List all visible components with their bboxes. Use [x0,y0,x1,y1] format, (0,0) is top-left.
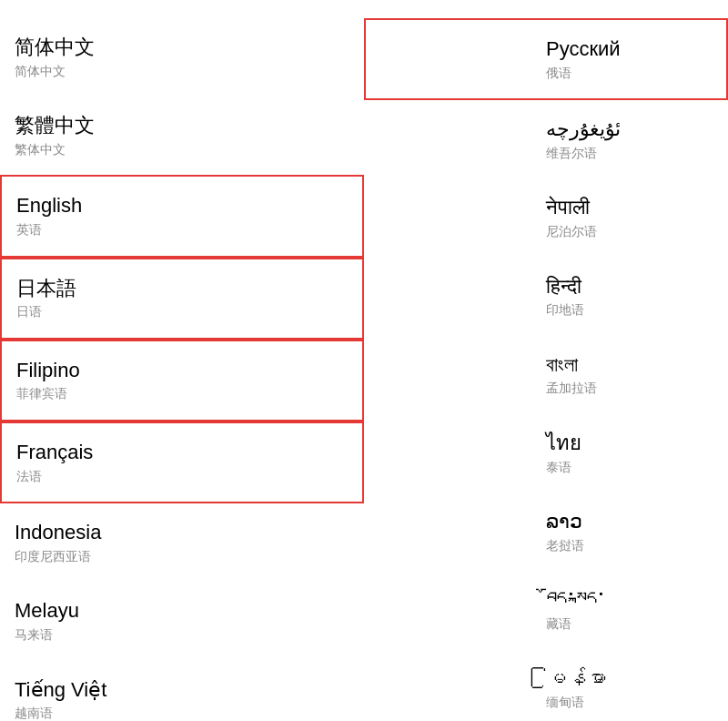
lang-native-japanese: 日语 [16,303,344,321]
lang-item-tibetan[interactable]: བོད་སྐད་藏语 [364,571,728,649]
lang-name-french: Français [16,440,344,466]
lang-native-burmese: 缅甸语 [546,694,710,712]
lang-name-traditional-chinese: 繁體中文 [15,113,346,139]
lang-name-tibetan: བོད་སྐད་ [546,587,710,614]
language-grid: 简体中文简体中文繁體中文繁体中文English英语日本語日语Filipino菲律… [0,18,728,721]
lang-item-traditional-chinese[interactable]: 繁體中文繁体中文 [0,96,364,175]
lang-item-filipino[interactable]: Filipino菲律宾语 [0,340,364,421]
lang-native-traditional-chinese: 繁体中文 [15,141,346,159]
lang-item-hindi[interactable]: हिन्दी印地语 [364,258,728,336]
lang-name-uyghur: ئۇيغۇرچە [546,117,710,143]
lang-item-english[interactable]: English英语 [0,175,364,257]
lang-native-bengali: 孟加拉语 [546,380,710,398]
lang-item-burmese[interactable]: မြန်မာ缅甸语 [364,650,728,722]
lang-name-indonesian: Indonesia [15,520,346,546]
lang-item-nepali[interactable]: नेपाली尼泊尔语 [364,178,728,257]
lang-native-lao: 老挝语 [546,537,710,555]
lang-name-thai: ไทย [546,431,710,457]
lang-item-lao[interactable]: ລາວ老挝语 [364,493,728,571]
lang-name-filipino: Filipino [16,358,344,384]
lang-item-vietnamese[interactable]: Tiếng Việt越南语 [0,661,364,722]
lang-item-french[interactable]: Français法语 [0,421,364,503]
lang-native-english: 英语 [16,221,344,239]
lang-item-bengali[interactable]: বাংলা孟加拉语 [364,336,728,414]
lang-native-tibetan: 藏语 [546,615,710,634]
right-column: Русский俄语ئۇيغۇرچە维吾尔语नेपाली尼泊尔语हिन्दी印地语… [364,18,728,721]
lang-native-vietnamese: 越南语 [15,705,346,721]
lang-name-burmese: မြန်မာ [546,666,710,693]
lang-item-simplified-chinese[interactable]: 简体中文简体中文 [0,18,364,96]
lang-item-thai[interactable]: ไทย泰语 [364,414,728,493]
lang-native-filipino: 菲律宾语 [16,385,344,403]
lang-native-thai: 泰语 [546,459,710,477]
lang-name-hindi: हिन्दी [546,274,710,300]
left-column: 简体中文简体中文繁體中文繁体中文English英语日本語日语Filipino菲律… [0,18,364,721]
lang-name-japanese: 日本語 [16,276,344,302]
lang-native-french: 法语 [16,468,344,486]
lang-name-simplified-chinese: 简体中文 [15,35,346,61]
lang-native-uyghur: 维吾尔语 [546,145,710,163]
lang-item-japanese[interactable]: 日本語日语 [0,258,364,340]
lang-native-malay: 马来语 [15,626,346,645]
lang-name-english: English [16,193,344,219]
lang-native-russian: 俄语 [546,65,708,83]
lang-native-indonesian: 印度尼西亚语 [15,548,346,566]
lang-native-simplified-chinese: 简体中文 [15,63,346,81]
lang-name-lao: ລາວ [546,509,710,535]
lang-name-russian: Русский [546,36,708,63]
lang-native-nepali: 尼泊尔语 [546,223,710,241]
lang-item-uyghur[interactable]: ئۇيغۇرچە维吾尔语 [364,100,728,178]
lang-native-hindi: 印地语 [546,301,710,320]
lang-item-russian[interactable]: Русский俄语 [364,18,728,100]
lang-name-vietnamese: Tiếng Việt [15,677,346,704]
lang-name-malay: Melayu [15,598,346,625]
lang-name-bengali: বাংলা [546,352,710,379]
lang-item-malay[interactable]: Melayu马来语 [0,582,364,660]
lang-item-indonesian[interactable]: Indonesia印度尼西亚语 [0,503,364,582]
lang-name-nepali: नेपाली [546,195,710,221]
